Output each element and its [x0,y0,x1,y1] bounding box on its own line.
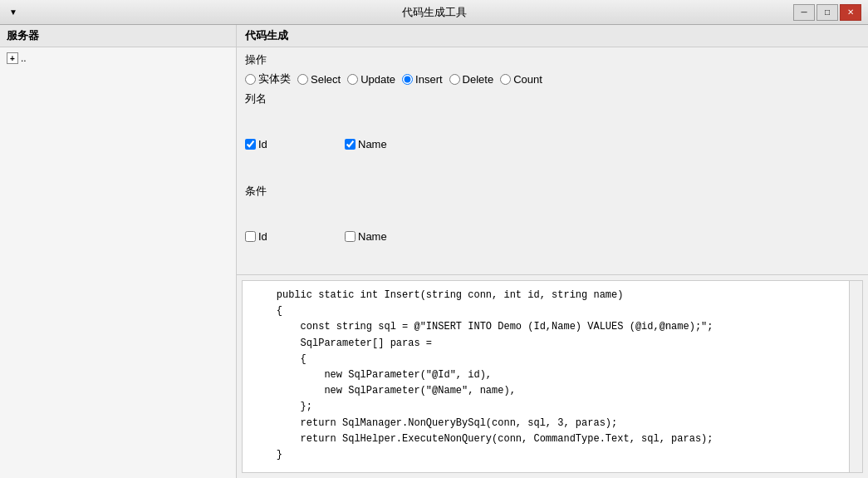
checkbox-cond-name-input[interactable] [345,231,356,242]
checkbox-col-id-input[interactable] [245,139,256,150]
tree-item-root[interactable]: + .. [3,51,233,66]
radio-select-label: Select [311,73,341,86]
operations-label: 操作 [245,52,860,67]
radio-update[interactable]: Update [347,73,395,86]
main-layout: 服务器 + .. 代码生成 操作 实体类 Select [0,25,868,478]
radio-entity[interactable]: 实体类 [245,71,291,86]
radio-entity-input[interactable] [245,74,256,85]
checkbox-cond-name[interactable]: Name [345,206,428,266]
app-icon: ▼ [7,6,20,19]
radio-delete[interactable]: Delete [449,73,494,86]
conditions-label: 条件 [245,184,860,199]
radio-entity-label: 实体类 [258,71,291,86]
checkbox-col-name[interactable]: Name [345,114,428,174]
conditions-checkbox-grid: Id Name [245,203,860,269]
title-bar-left: ▼ [7,6,20,19]
radio-update-input[interactable] [347,74,358,85]
radio-count-label: Count [513,73,542,86]
checkbox-col-id[interactable]: Id [245,114,328,174]
columns-section: 列名 Id Name [245,91,860,177]
radio-count[interactable]: Count [500,73,542,86]
operations-radio-group: 实体类 Select Update Insert Delete [245,71,860,86]
checkbox-cond-id-input[interactable] [245,231,256,242]
code-content: public static int Insert(string conn, in… [243,281,862,470]
radio-select[interactable]: Select [297,73,341,86]
scrollbar-vertical[interactable] [849,281,862,472]
sidebar-content: + .. [0,47,236,478]
radio-select-input[interactable] [297,74,308,85]
codegen-header: 代码生成 [237,25,868,47]
columns-label: 列名 [245,91,860,106]
title-bar: ▼ 代码生成工具 ─ □ ✕ [0,0,868,25]
checkbox-cond-name-label: Name [358,230,387,243]
right-panel: 代码生成 操作 实体类 Select Update [237,25,868,478]
checkbox-col-id-label: Id [258,138,267,150]
radio-insert[interactable]: Insert [402,73,443,86]
minimize-button[interactable]: ─ [793,4,815,21]
checkbox-col-name-label: Name [358,138,387,150]
radio-insert-label: Insert [415,73,443,86]
radio-insert-input[interactable] [402,74,413,85]
radio-delete-input[interactable] [449,74,460,85]
columns-checkbox-grid: Id Name [245,111,860,177]
radio-count-input[interactable] [500,74,511,85]
conditions-section: 条件 Id Name [245,184,860,269]
tree-expand-icon[interactable]: + [7,52,18,64]
top-combined-section: 操作 实体类 Select Update Insert [237,47,868,275]
tree-item-label: .. [21,52,27,64]
code-output-section[interactable]: public static int Insert(string conn, in… [242,280,863,473]
checkbox-cond-id[interactable]: Id [245,206,328,266]
window-controls: ─ □ ✕ [793,4,861,21]
maximize-button[interactable]: □ [817,4,838,21]
checkbox-col-name-input[interactable] [345,139,356,150]
close-button[interactable]: ✕ [840,4,861,21]
radio-update-label: Update [360,73,395,86]
radio-delete-label: Delete [463,73,494,86]
sidebar: 服务器 + .. [0,25,237,478]
sidebar-header: 服务器 [0,25,236,47]
window-title: 代码生成工具 [402,5,467,20]
checkbox-cond-id-label: Id [258,230,267,243]
